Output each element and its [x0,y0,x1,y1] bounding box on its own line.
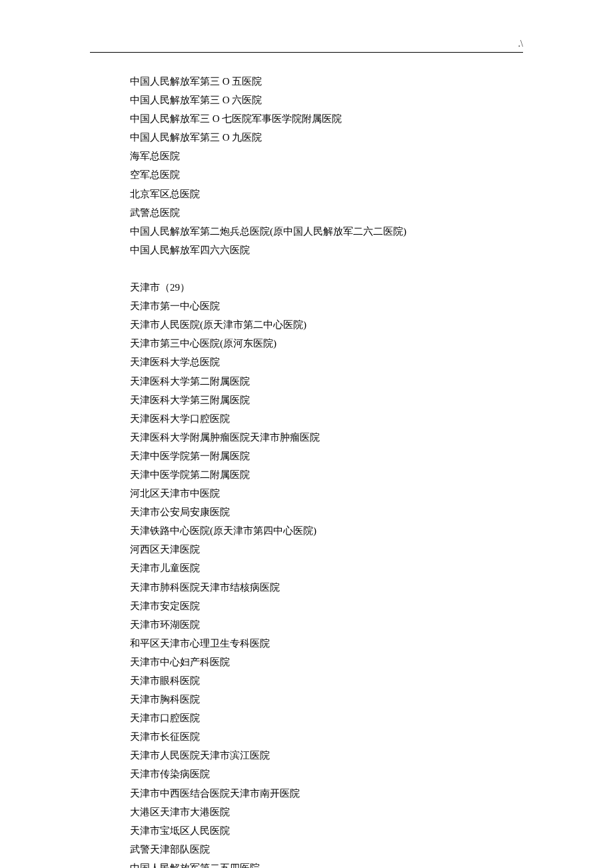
list-item: 空军总医院 [130,165,523,184]
list-item: 中国人民解放军三 O 七医院军事医学院附属医院 [130,109,523,128]
list-item: 天津市长征医院 [130,727,523,746]
list-item: 天津中医学院第一附属医院 [130,447,523,465]
list-item: 天津市胸科医院 [130,690,523,709]
section-spacer [130,259,523,278]
list-item: 天津市环湖医院 [130,615,523,634]
list-item: 中国人民解放军第三 O 五医院 [130,72,523,91]
list-item: 天津市儿童医院 [130,559,523,577]
list-item: 天津市中心妇产科医院 [130,653,523,671]
list-item: 武警天津部队医院 [130,840,523,859]
list-item: 天津医科大学第三附属医院 [130,391,523,409]
list-item: 天津市安定医院 [130,597,523,615]
list-item: 大港区天津市大港医院 [130,803,523,821]
list-item: 天津市人民医院(原天津市第二中心医院) [130,315,523,334]
list-item: 中国人民解放军第二炮兵总医院(原中国人民解放军二六二医院) [130,222,523,241]
list-item: 海军总医院 [130,147,523,165]
list-item: 天津市宝坻区人民医院 [130,821,523,840]
list-item: 中国人民解放军第三 O 九医院 [130,128,523,147]
list-item: 天津医科大学口腔医院 [130,409,523,428]
page-corner-marker: .\ [518,39,523,49]
list-item: 和平区天津市心理卫生专科医院 [130,634,523,653]
list-item: 河北区天津市中医院 [130,484,523,503]
document-content: 中国人民解放军第三 O 五医院 中国人民解放军第三 O 六医院 中国人民解放军三… [130,72,523,868]
section-header: 天津市（29） [130,278,523,297]
list-item: 天津市眼科医院 [130,671,523,690]
list-item: 天津医科大学附属肿瘤医院天津市肿瘤医院 [130,428,523,447]
list-item: 天津市口腔医院 [130,709,523,727]
list-item: 天津市公安局安康医院 [130,503,523,521]
list-item: 天津市第一中心医院 [130,297,523,315]
list-item: 天津市肺科医院天津市结核病医院 [130,578,523,597]
list-item: 天津中医学院第二附属医院 [130,465,523,484]
list-item: 天津医科大学总医院 [130,353,523,371]
list-item: 河西区天津医院 [130,540,523,559]
header-divider [90,52,523,53]
list-item: 天津市第三中心医院(原河东医院) [130,334,523,353]
list-item: 天津市中西医结合医院天津市南开医院 [130,784,523,803]
list-item: 中国人民解放军第二五四医院 [130,859,523,868]
list-item: 天津铁路中心医院(原天津市第四中心医院) [130,521,523,540]
list-item: 天津医科大学第二附属医院 [130,372,523,391]
list-item: 中国人民解放军第三 O 六医院 [130,91,523,109]
list-item: 天津市人民医院天津市滨江医院 [130,746,523,765]
list-item: 天津市传染病医院 [130,765,523,783]
list-item: 武警总医院 [130,203,523,222]
list-item: 北京军区总医院 [130,185,523,203]
list-item: 中国人民解放军四六六医院 [130,241,523,259]
